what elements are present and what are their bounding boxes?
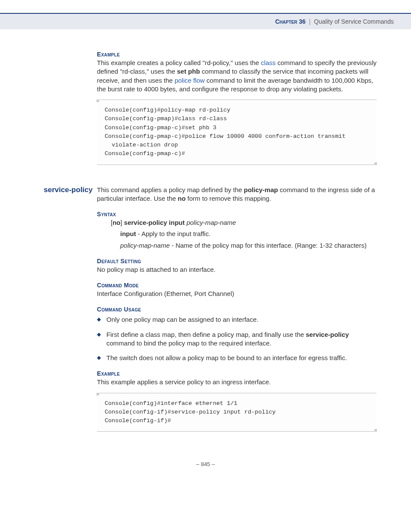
example2-paragraph: This example applies a service policy to… [97,378,377,386]
page-number: – 845 – [34,461,377,467]
page-body: Example This example creates a policy ca… [0,29,411,480]
syntax-pmn-desc: policy-map-name - Name of the policy map… [120,241,377,250]
text: - Name of the policy map for this interf… [170,242,367,249]
syntax-no: no [112,219,120,226]
command-name-label: service-policy [44,186,93,194]
heading-syntax: Syntax [97,211,377,218]
text: form to remove this mapping. [186,195,271,202]
code-block-1: Console(config)#policy-map rd-policy Con… [97,100,377,165]
heading-example-2: Example [97,370,377,377]
bold-set-phb: set phb [177,68,200,75]
section-service-policy: service-policy This command applies a po… [34,186,377,440]
command-mode-text: Interface Configuration (Ethernet, Port … [97,289,377,298]
heading-example: Example [97,51,377,58]
syntax-input-desc: input - Apply to the input traffic. [120,230,377,238]
usage-item-1: Only one policy map can be assigned to a… [106,315,377,324]
bold-no: no [178,195,186,202]
link-class[interactable]: class [261,59,276,66]
bold-policy-map: policy-map [244,186,278,193]
usage-list: Only one policy map can be assigned to a… [97,315,377,362]
syntax-line: [no] service-policy input policy-map-nam… [111,218,377,227]
section-example-1: Example This example creates a policy ca… [34,51,377,173]
syntax-arg: policy-map-name [187,219,236,226]
heading-default-setting: Default Setting [97,258,377,264]
text: command to bind the policy map to the re… [106,339,271,347]
usage-item-3: The switch does not allow a policy map t… [106,354,377,362]
text: - Apply to the input traffic. [136,230,211,237]
header-separator: | [309,18,311,25]
chapter-title: Quality of Service Commands [314,18,394,25]
text: This example creates a policy called "rd… [97,59,261,66]
heading-command-mode: Command Mode [97,282,377,289]
text: ] [121,219,124,226]
example1-paragraph: This example creates a policy called "rd… [97,59,377,93]
intro-paragraph: This command applies a policy map define… [97,186,377,203]
chapter-label: Chapter 36 [275,18,306,25]
link-police-flow[interactable]: police flow [174,77,205,84]
page-header: Chapter 36 | Quality of Service Commands [0,13,411,29]
syntax-pmn-italic: policy-map-name [120,242,170,249]
text: First define a class map, then define a … [106,331,306,338]
syntax-cmd: service-policy input [124,219,185,226]
code-block-2: Console(config)#interface ethernet 1/1 C… [97,393,377,432]
text: This command applies a policy map define… [97,186,244,193]
syntax-input-keyword: input [120,230,136,237]
usage-item-2: First define a class map, then define a … [106,330,377,348]
bold-service-policy: service-policy [306,331,349,338]
heading-command-usage: Command Usage [97,306,377,313]
default-setting-text: No policy map is attached to an interfac… [97,265,377,274]
